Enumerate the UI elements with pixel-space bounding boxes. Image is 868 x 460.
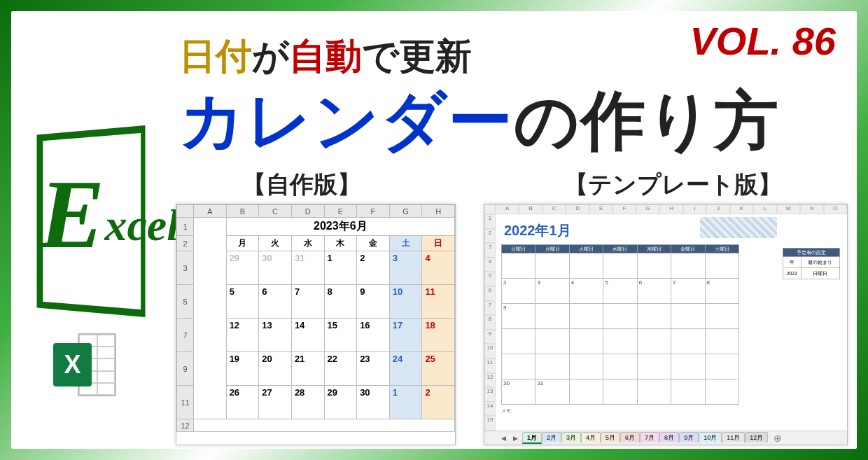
calendar-cell[interactable]	[536, 304, 569, 329]
calendar-cell[interactable]: 13	[259, 319, 292, 352]
calendar-cell[interactable]	[705, 354, 738, 379]
col-header[interactable]: K	[730, 204, 753, 214]
row-header[interactable]: 12	[177, 419, 194, 432]
calendar-cell[interactable]: 14	[291, 319, 324, 352]
calendar-cell[interactable]: 2	[502, 279, 536, 304]
calendar-cell[interactable]: 4	[569, 279, 603, 304]
calendar-cell[interactable]: 1	[389, 386, 422, 419]
row-header[interactable]: 14	[484, 402, 496, 417]
row-header[interactable]: 7	[484, 301, 496, 316]
col-header[interactable]: D	[566, 204, 589, 214]
col-header[interactable]: D	[291, 205, 324, 218]
row-header[interactable]: 3	[177, 251, 194, 285]
row-header[interactable]: 10	[484, 344, 496, 358]
row-header[interactable]: 8	[484, 315, 496, 330]
calendar-cell[interactable]: 29	[226, 251, 259, 285]
calendar-cell[interactable]: 19	[226, 352, 259, 386]
calendar-cell[interactable]: 24	[389, 352, 422, 386]
template-month-title[interactable]: 2022年1月	[504, 221, 841, 240]
calendar-cell[interactable]	[705, 304, 738, 329]
calendar-cell[interactable]: 9	[357, 285, 390, 319]
row-header[interactable]: 15	[484, 416, 496, 431]
calendar-cell[interactable]	[603, 253, 637, 279]
sheet-tab[interactable]: 11月	[722, 432, 745, 442]
col-header[interactable]: A	[496, 204, 519, 214]
calendar-cell[interactable]: 7	[671, 279, 705, 304]
calendar-cell[interactable]: 3	[536, 279, 569, 304]
col-header[interactable]: G	[636, 204, 659, 214]
sheet-tab[interactable]: 10月	[699, 432, 722, 442]
col-header[interactable]: G	[389, 205, 422, 218]
settings-value[interactable]: 日曜日	[801, 268, 839, 279]
calendar-cell[interactable]	[705, 329, 738, 354]
calendar-cell[interactable]: 4	[422, 251, 455, 285]
dow-cell[interactable]: 土曜日	[705, 245, 738, 253]
calendar-cell[interactable]	[637, 329, 671, 354]
col-header[interactable]: E	[589, 204, 612, 214]
row-header[interactable]: 5	[177, 285, 194, 319]
calendar-cell[interactable]	[603, 329, 637, 354]
calendar-cell[interactable]	[637, 379, 671, 405]
sheet-tab[interactable]: 4月	[581, 432, 601, 442]
calendar-cell[interactable]: 5	[603, 279, 637, 304]
col-header[interactable]: C	[542, 204, 566, 214]
calendar-cell[interactable]: 27	[259, 386, 292, 419]
row-header[interactable]: 1	[177, 218, 194, 236]
calendar-cell[interactable]: 17	[389, 319, 422, 352]
calendar-cell[interactable]	[536, 253, 569, 279]
calendar-cell[interactable]	[569, 379, 603, 405]
calendar-cell[interactable]	[569, 329, 603, 354]
row-header[interactable]: 13	[484, 387, 496, 402]
calendar-cell[interactable]	[569, 304, 603, 329]
calendar-cell[interactable]	[603, 354, 637, 379]
col-header[interactable]: O	[824, 204, 847, 214]
row-header[interactable]: 11	[484, 358, 496, 373]
calendar-cell[interactable]: 26	[226, 386, 259, 419]
settings-header[interactable]: 週の始まり	[801, 257, 839, 268]
dow-cell[interactable]: 月	[226, 236, 259, 251]
dow-cell[interactable]: 火	[259, 236, 292, 251]
sheet-tab[interactable]: 6月	[620, 432, 640, 442]
calendar-cell[interactable]: 30	[259, 251, 292, 285]
calendar-cell[interactable]	[637, 253, 671, 279]
row-header[interactable]: 9	[177, 352, 194, 386]
col-header[interactable]: H	[659, 204, 682, 214]
calendar-cell[interactable]	[671, 253, 705, 279]
row-header[interactable]: 2	[484, 229, 496, 244]
calendar-cell[interactable]: 31	[536, 379, 569, 405]
sheet-tab[interactable]: 7月	[640, 432, 659, 442]
dow-cell[interactable]: 木	[324, 236, 357, 251]
calendar-cell[interactable]	[603, 379, 637, 405]
dow-cell[interactable]: 金	[357, 236, 390, 251]
tab-add[interactable]: ⊕	[769, 431, 786, 445]
sheet-tab[interactable]: 3月	[561, 432, 581, 442]
row-header[interactable]: 3	[484, 243, 496, 258]
calendar-cell[interactable]: 21	[291, 352, 324, 386]
row-header[interactable]: 11	[177, 386, 194, 419]
dow-cell[interactable]: 日曜日	[502, 245, 536, 253]
col-header[interactable]: B	[226, 205, 259, 218]
calendar-cell[interactable]	[569, 253, 603, 279]
col-header[interactable]: H	[422, 205, 455, 218]
sheet-tab[interactable]: 12月	[745, 432, 768, 442]
settings-title[interactable]: 予定表の設定	[783, 249, 840, 257]
calendar-cell[interactable]: 8	[705, 279, 738, 304]
dow-cell[interactable]: 水	[291, 236, 324, 251]
calendar-cell[interactable]: 9	[502, 304, 536, 329]
calendar-cell[interactable]: 6	[259, 285, 292, 319]
calendar-cell[interactable]: 2	[422, 386, 455, 419]
calendar-cell[interactable]: 1	[324, 251, 357, 285]
calendar-title[interactable]: 2023年6月	[226, 218, 454, 236]
calendar-cell[interactable]: 23	[357, 352, 390, 386]
row-header[interactable]: 7	[177, 319, 194, 352]
notes-label[interactable]: メモ:	[501, 407, 841, 414]
calendar-cell[interactable]	[637, 304, 671, 329]
calendar-cell[interactable]: 16	[357, 319, 390, 352]
row-header[interactable]: 2	[177, 236, 194, 251]
calendar-cell[interactable]: 2	[357, 251, 390, 285]
sheet-tab[interactable]: 9月	[679, 432, 699, 442]
calendar-cell[interactable]	[671, 379, 705, 405]
calendar-cell[interactable]	[603, 304, 637, 329]
calendar-cell[interactable]	[671, 354, 705, 379]
calendar-cell[interactable]: 20	[259, 352, 292, 386]
